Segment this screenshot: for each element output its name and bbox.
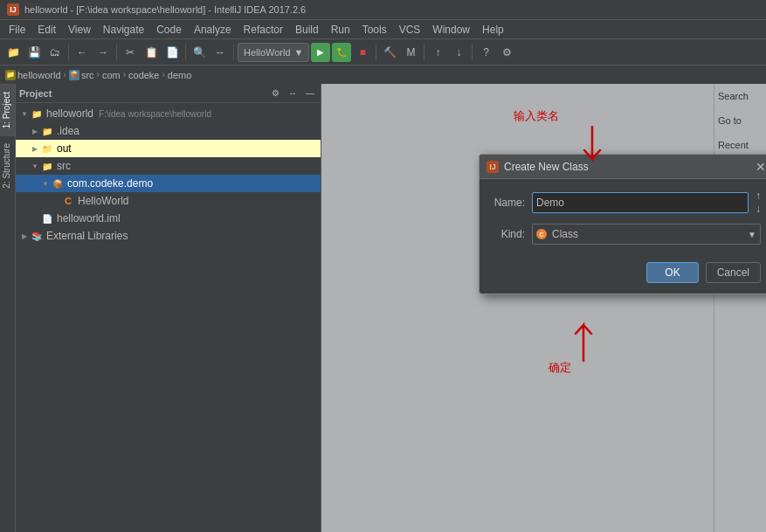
breadcrumb-helloworld[interactable]: 📁 helloworld (5, 70, 61, 80)
breadcrumb-com[interactable]: com (102, 70, 121, 80)
expand-idea[interactable]: ▶ (30, 128, 40, 135)
annotation-ok-tip: 确定 (549, 360, 571, 376)
breadcrumb-codeke[interactable]: codeke (128, 70, 159, 80)
class-type-icon: C (536, 229, 547, 239)
toolbar-maven[interactable]: M (401, 43, 420, 62)
breadcrumb-src[interactable]: 📦 src (69, 70, 94, 80)
right-panel-goto[interactable]: Go to (718, 115, 742, 126)
tree-label-out: out (57, 142, 72, 155)
tree-path-helloworld: F:\idea workspace\helloworld (99, 109, 211, 119)
toolbar-vcs[interactable]: ↑ (428, 43, 447, 62)
toolbar: 📁 💾 🗂 ← → ✂ 📋 📄 🔍 ↔ HelloWorld ▼ ▶ 🐛 ■ 🔨… (0, 38, 766, 65)
dialog-body: Name: ↑ ↓ Kind: C Class ▼ (480, 179, 766, 255)
arrow-to-ok (570, 309, 597, 364)
window-title: helloworld - [F:\idea workspace\hellowor… (24, 4, 759, 15)
expand-external-libs[interactable]: ▶ (19, 232, 30, 240)
toolbar-search[interactable]: 🔍 (190, 43, 209, 62)
panel-header: Project ⚙ ↔ — (16, 84, 321, 103)
menu-build[interactable]: Build (290, 22, 324, 38)
tree-item-idea[interactable]: ▶ 📁 .idea (16, 122, 321, 140)
toolbar-sep7 (472, 45, 473, 60)
toolbar-copy[interactable]: 📋 (141, 43, 161, 62)
panel-sync-btn[interactable]: ↔ (286, 86, 300, 100)
menu-navigate[interactable]: Navigate (98, 22, 149, 38)
cancel-button[interactable]: Cancel (706, 262, 761, 283)
menu-file[interactable]: File (3, 22, 31, 38)
dialog-icon: IJ (487, 161, 499, 173)
annotation-input-tip: 输入类名 (514, 108, 559, 124)
toolbar-sep3 (185, 45, 186, 60)
toolbar-stop[interactable]: ■ (353, 43, 372, 62)
dialog-close-button[interactable]: ✕ (754, 160, 766, 174)
tab-structure[interactable]: 2: Structure (0, 135, 15, 196)
tree-label-helloworld: helloworld (46, 107, 93, 120)
package-icon: 📦 (51, 177, 65, 190)
folder-icon-src: 📁 (40, 160, 54, 172)
panel-title: Project (19, 88, 265, 99)
toolbar-build[interactable]: 🔨 (380, 43, 399, 62)
breadcrumb-demo[interactable]: demo (168, 70, 192, 80)
dialog-title: Create New Class (504, 161, 749, 173)
toolbar-open[interactable]: 📁 (3, 43, 23, 62)
menu-window[interactable]: Window (427, 22, 475, 38)
side-tabs: 1: Project 2: Structure (0, 84, 16, 532)
run-config-arrow: ▼ (294, 47, 304, 58)
toolbar-help[interactable]: ? (476, 43, 495, 62)
run-button[interactable]: ▶ (311, 43, 330, 62)
toolbar-cut[interactable]: ✂ (121, 43, 140, 62)
expand-helloworld[interactable]: ▼ (19, 110, 30, 118)
folder-icon-idea: 📁 (40, 125, 54, 137)
folder-icon-helloworld: 📁 (30, 107, 44, 120)
class-name-input[interactable] (532, 192, 749, 213)
menu-vcs[interactable]: VCS (394, 22, 426, 38)
tree-item-external-libs[interactable]: ▶ 📚 External Libraries (16, 227, 321, 245)
menu-run[interactable]: Run (326, 22, 355, 38)
menu-edit[interactable]: Edit (32, 22, 61, 38)
toolbar-forward[interactable]: → (93, 43, 113, 62)
tree-item-out[interactable]: ▶ 📁 out (16, 140, 321, 157)
annotation-input-text: 输入类名 (514, 109, 559, 122)
toolbar-sep6 (424, 45, 424, 60)
dialog-footer: OK Cancel (480, 255, 766, 294)
right-panel-search[interactable]: Search (718, 91, 749, 101)
toolbar-save[interactable]: 💾 (24, 43, 44, 62)
menu-refactor[interactable]: Refactor (238, 22, 288, 38)
right-panel-recent[interactable]: Recent (718, 140, 749, 150)
toolbar-update[interactable]: ↓ (449, 43, 468, 62)
toolbar-settings[interactable]: ⚙ (497, 43, 516, 62)
java-icon-helloworld: C (61, 195, 75, 207)
folder-icon-out: 📁 (40, 142, 54, 155)
toolbar-sep2 (116, 45, 117, 60)
tree-item-iml[interactable]: 📄 helloworld.iml (16, 210, 321, 227)
menu-help[interactable]: Help (477, 22, 509, 38)
menu-analyze[interactable]: Analyze (189, 22, 237, 38)
tree-item-package[interactable]: ▼ 📦 com.codeke.demo (16, 175, 321, 192)
menu-tools[interactable]: Tools (357, 22, 392, 38)
panel-collapse-btn[interactable]: — (303, 86, 317, 100)
menu-code[interactable]: Code (151, 22, 187, 38)
iml-icon: 📄 (40, 212, 54, 225)
tree-item-helloworld-java[interactable]: C HelloWorld (16, 192, 321, 210)
toolbar-back[interactable]: ← (72, 43, 92, 62)
run-config-selector[interactable]: HelloWorld ▼ (238, 43, 309, 62)
ok-button[interactable]: OK (646, 262, 698, 283)
toolbar-replace[interactable]: ↔ (210, 43, 230, 62)
toolbar-save-all[interactable]: 🗂 (45, 43, 65, 62)
debug-button[interactable]: 🐛 (332, 43, 351, 62)
expand-out[interactable]: ▶ (30, 145, 40, 153)
menu-view[interactable]: View (63, 22, 96, 38)
tab-project[interactable]: 1: Project (0, 84, 15, 135)
tree-item-helloworld[interactable]: ▼ 📁 helloworld F:\idea workspace\hellowo… (16, 105, 321, 122)
annotation-ok-text: 确定 (549, 361, 571, 374)
kind-selector[interactable]: C Class ▼ (532, 224, 761, 245)
panel-gear-btn[interactable]: ⚙ (268, 86, 282, 100)
expand-src[interactable]: ▼ (30, 162, 40, 170)
sort-button[interactable]: ↑ ↓ (756, 190, 761, 215)
toolbar-paste[interactable]: 📄 (162, 43, 182, 62)
tree-item-src[interactable]: ▼ 📁 src (16, 157, 321, 175)
right-panel: Search Go to Recent Navig Drop (714, 84, 766, 532)
main-area: 1: Project 2: Structure Project ⚙ ↔ — ▼ … (0, 84, 766, 532)
expand-package[interactable]: ▼ (40, 180, 51, 188)
project-panel: Project ⚙ ↔ — ▼ 📁 helloworld F:\idea wor… (16, 84, 321, 532)
editor-area: 输入类名 确定 IJ Create New Class ✕ (321, 84, 714, 532)
